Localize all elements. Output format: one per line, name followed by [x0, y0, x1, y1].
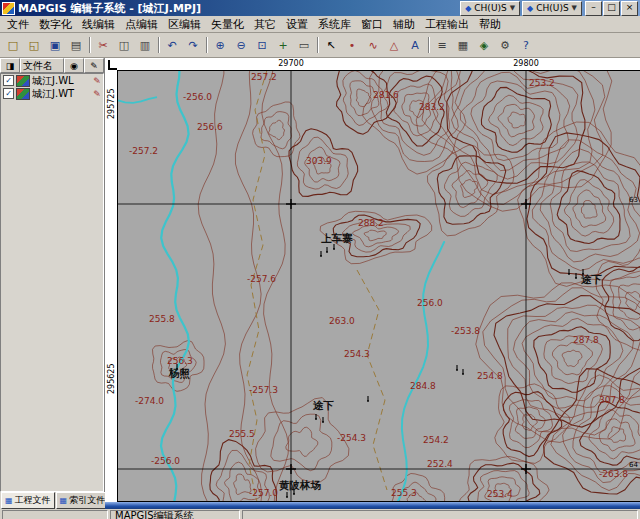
new-file-button[interactable]: □: [3, 35, 23, 55]
menu-item-11[interactable]: 辅助: [388, 16, 420, 33]
menu-item-1[interactable]: 文件: [2, 16, 34, 33]
toolbar-separator: [428, 37, 429, 53]
elevation-label: 254.3: [344, 349, 370, 359]
menu-item-7[interactable]: 其它: [249, 16, 281, 33]
toolbar-separator: [89, 37, 90, 53]
point-edit-button[interactable]: •: [342, 35, 362, 55]
grid-x-coordinate-label: 29700: [278, 59, 303, 68]
zoom-out-button[interactable]: ⊖: [231, 35, 251, 55]
elevation-label: 256.0: [417, 298, 443, 308]
elevation-label: -257.0: [249, 488, 278, 498]
menu-item-2[interactable]: 数字化: [34, 16, 77, 33]
menu-item-9[interactable]: 系统库: [313, 16, 356, 33]
paste-button[interactable]: ▥: [135, 35, 155, 55]
menu-bar: 文件数字化线编辑点编辑区编辑矢量化其它设置系统库窗口辅助工程输出帮助: [0, 16, 640, 33]
map-sheet-tick-label: 63: [629, 196, 638, 204]
file-tab-icon: ▦: [5, 496, 13, 505]
elevation-label: 255.8: [149, 314, 175, 324]
elevation-label: 255.3: [391, 488, 417, 498]
minimize-button[interactable]: –: [585, 1, 602, 16]
file-name-column-header[interactable]: 文件名: [20, 58, 64, 73]
status-message: MAPGIS编辑系统: [110, 510, 240, 519]
elevation-label: 253.2: [529, 78, 555, 88]
status-cell-right: [242, 510, 638, 519]
print-button[interactable]: ▤: [66, 35, 86, 55]
elevation-label: 284.8: [410, 381, 436, 391]
visibility-column-icon[interactable]: ◉: [64, 58, 84, 73]
close-button[interactable]: ×: [621, 1, 638, 16]
elevation-label: 257.2: [251, 72, 277, 82]
undo-button[interactable]: ↶: [162, 35, 182, 55]
tab-index-file[interactable]: ▦索引文件: [56, 492, 110, 509]
copy-button[interactable]: ◫: [114, 35, 134, 55]
pan-button[interactable]: +: [273, 35, 293, 55]
tree-column-icon[interactable]: ◨: [0, 58, 20, 73]
layer-checkbox[interactable]: ✓: [3, 75, 14, 86]
ruler-left: 295725295625: [105, 70, 117, 502]
main-content: ◨ 文件名 ◉ ✎ ✓城江J.WL✎✓城江J.WT✎ ▦工程文件▦索引文件 29…: [0, 58, 640, 509]
layer-icon: [16, 75, 30, 87]
open-file-button[interactable]: ◱: [24, 35, 44, 55]
elevation-label: 283.2: [419, 102, 445, 112]
ime-button-1[interactable]: ◆CH(U)S▼: [460, 1, 520, 16]
zoom-window-button[interactable]: ⊡: [252, 35, 272, 55]
menu-item-5[interactable]: 区编辑: [163, 16, 206, 33]
menu-item-10[interactable]: 窗口: [356, 16, 388, 33]
ime-label: CH(U)S: [536, 3, 568, 13]
app-icon: [2, 2, 15, 15]
elevation-label: -256.0: [183, 92, 212, 102]
panel-header: ◨ 文件名 ◉ ✎: [0, 58, 104, 73]
redo-button[interactable]: ↷: [183, 35, 203, 55]
help-button[interactable]: ?: [516, 35, 536, 55]
elevation-label: -256.0: [151, 456, 180, 466]
elevation-label: -263.8: [599, 469, 628, 479]
text-edit-button[interactable]: A: [405, 35, 425, 55]
attribute-table-button[interactable]: ▦: [453, 35, 473, 55]
polygon-edit-button[interactable]: △: [384, 35, 404, 55]
elevation-label: 287.8: [573, 335, 599, 345]
menu-item-8[interactable]: 设置: [281, 16, 313, 33]
map-area: 2970029800 295725295625 257.2-256.0281.6…: [105, 58, 640, 509]
settings-button[interactable]: ⚙: [495, 35, 515, 55]
line-edit-button[interactable]: ∿: [363, 35, 383, 55]
menu-item-6[interactable]: 矢量化: [206, 16, 249, 33]
layers-button[interactable]: ≡: [432, 35, 452, 55]
layer-edit-state-icon: ✎: [91, 76, 103, 86]
select-button[interactable]: ↖: [321, 35, 341, 55]
elevation-label: -274.0: [135, 396, 164, 406]
elevation-label: -257.3: [249, 385, 278, 395]
edit-column-icon[interactable]: ✎: [84, 58, 104, 73]
elevation-label: -253.8: [451, 326, 480, 336]
panel-tabs: ▦工程文件▦索引文件: [0, 492, 104, 509]
menu-item-3[interactable]: 线编辑: [77, 16, 120, 33]
grid-y-coordinate-label: 295725: [107, 88, 116, 119]
layer-name: 城江J.WL: [32, 74, 89, 88]
horizontal-scrollbar[interactable]: [105, 502, 640, 509]
elevation-label: 254.8: [477, 371, 503, 381]
map-sheet-tick-label: 64: [629, 461, 638, 469]
zoom-in-button[interactable]: ⊕: [210, 35, 230, 55]
place-name-label: 黄陂林场: [278, 479, 322, 491]
place-name-label: 杨照: [168, 367, 191, 380]
layer-checkbox[interactable]: ✓: [3, 88, 14, 99]
status-cell-left: [2, 510, 108, 519]
layer-edit-state-icon: ✎: [91, 89, 103, 99]
ime-label: CH(U)S: [474, 3, 506, 13]
menu-item-4[interactable]: 点编辑: [120, 16, 163, 33]
cut-button[interactable]: ✂: [93, 35, 113, 55]
layer-row[interactable]: ✓城江J.WT✎: [1, 87, 103, 100]
map-canvas[interactable]: 257.2-256.0281.6283.2253.2256.6-257.2303…: [117, 70, 640, 502]
window-controls: –□×: [585, 1, 638, 16]
layer-row[interactable]: ✓城江J.WL✎: [1, 74, 103, 87]
full-extent-button[interactable]: ▭: [294, 35, 314, 55]
save-file-button[interactable]: ▣: [45, 35, 65, 55]
elevation-label: 256.3: [167, 356, 193, 366]
maximize-button[interactable]: □: [603, 1, 620, 16]
menu-item-12[interactable]: 工程输出: [420, 16, 474, 33]
snap-button[interactable]: ◈: [474, 35, 494, 55]
tab-project-file[interactable]: ▦工程文件: [1, 492, 55, 509]
status-bar: MAPGIS编辑系统: [0, 509, 640, 519]
ime-button-2[interactable]: ◆CH(U)S▼: [522, 1, 582, 16]
menu-item-13[interactable]: 帮助: [474, 16, 506, 33]
place-name-label: 途下: [312, 399, 335, 411]
